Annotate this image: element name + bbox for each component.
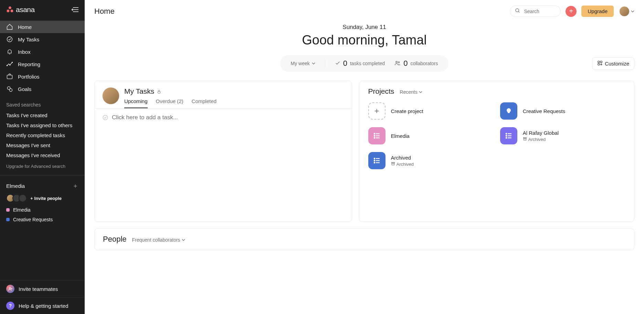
- projects-filter-dropdown[interactable]: Recents: [400, 89, 422, 95]
- svg-point-31: [374, 135, 374, 136]
- saved-search-item[interactable]: Tasks I've assigned to others: [0, 120, 85, 130]
- svg-point-2: [11, 10, 13, 12]
- nav-label: Home: [18, 24, 32, 30]
- nav-goals[interactable]: Goals: [0, 83, 85, 95]
- tasks-completed-count: 0: [343, 59, 347, 68]
- project-name: Archived: [391, 155, 414, 161]
- team-header: Elmedia ＋: [0, 177, 85, 193]
- team-project-name: Elmedia: [13, 207, 31, 213]
- main-content: Home + Upgrade Sunday, June 11 Good m: [85, 0, 644, 314]
- project-tile[interactable]: Creative Requests: [500, 102, 625, 120]
- invite-teammates-button[interactable]: Invite teammates: [0, 280, 85, 297]
- asana-logo-icon: [6, 6, 14, 13]
- nav-home[interactable]: Home: [0, 21, 85, 33]
- collaborators-count: 0: [403, 59, 408, 68]
- upgrade-button[interactable]: Upgrade: [581, 6, 614, 17]
- svg-rect-28: [508, 112, 510, 113]
- my-tasks-tabs: Upcoming Overdue (2) Completed: [124, 98, 217, 108]
- member-avatar[interactable]: [19, 194, 27, 202]
- create-project-label: Create project: [391, 108, 423, 114]
- check-icon: [335, 60, 340, 67]
- tab-overdue[interactable]: Overdue (2): [156, 98, 183, 108]
- saved-search-item[interactable]: Messages I've received: [0, 150, 85, 160]
- user-avatar[interactable]: [102, 87, 119, 104]
- upgrade-advanced-search[interactable]: Upgrade for Advanced search: [0, 160, 85, 174]
- help-button[interactable]: ? Help & getting started: [0, 297, 85, 314]
- project-tile[interactable]: Archived Archived: [368, 152, 493, 169]
- chevron-down-icon: [631, 9, 634, 14]
- list-icon: [368, 152, 386, 169]
- add-task-input[interactable]: Click here to add a task...: [95, 109, 352, 126]
- saved-search-item[interactable]: Tasks I've created: [0, 110, 85, 120]
- svg-point-33: [374, 138, 374, 138]
- saved-search-item[interactable]: Messages I've sent: [0, 140, 85, 150]
- search-input[interactable]: [523, 8, 556, 14]
- project-name: Al Rafay Global: [523, 130, 559, 136]
- people-title: People: [103, 235, 127, 244]
- tasks-completed-label: tasks completed: [350, 61, 385, 66]
- topbar: Home + Upgrade: [85, 0, 644, 20]
- project-tile[interactable]: Elmedia: [368, 127, 493, 144]
- invite-teammates-label: Invite teammates: [19, 286, 58, 292]
- plus-icon: +: [569, 7, 573, 15]
- svg-point-12: [9, 89, 12, 91]
- nav-reporting[interactable]: Reporting: [0, 58, 85, 70]
- check-circle-outline-icon: [102, 114, 108, 121]
- nav-inbox[interactable]: Inbox: [0, 45, 85, 58]
- tab-completed[interactable]: Completed: [192, 98, 217, 108]
- customize-button[interactable]: Customize: [592, 57, 634, 70]
- myweek-dropdown[interactable]: My week: [291, 61, 315, 66]
- nav-label: Reporting: [18, 61, 40, 67]
- projects-title: Projects: [368, 87, 394, 95]
- stats-pill: My week 0 tasks completed 0 collaborator…: [280, 55, 448, 72]
- add-to-team-icon[interactable]: ＋: [72, 182, 78, 190]
- svg-point-48: [374, 162, 374, 163]
- lock-icon: [157, 90, 161, 95]
- home-icon: [6, 23, 13, 30]
- saved-searches-label: Saved searches: [0, 95, 85, 110]
- create-project-tile[interactable]: + Create project: [368, 102, 493, 120]
- svg-rect-20: [598, 61, 600, 63]
- collaborators-label: collaborators: [410, 61, 438, 66]
- myweek-label: My week: [291, 61, 309, 66]
- profile-menu[interactable]: [619, 6, 634, 17]
- hero-greeting: Good morning, Tamal: [85, 33, 644, 48]
- primary-nav: Home My Tasks Inbox Reporting Portfolios…: [0, 21, 85, 95]
- svg-point-46: [374, 160, 374, 161]
- nav-label: My Tasks: [18, 37, 39, 42]
- invite-teammates-icon: [6, 285, 14, 293]
- logo[interactable]: asana: [6, 6, 35, 14]
- my-tasks-title[interactable]: My Tasks: [124, 87, 154, 95]
- svg-point-35: [506, 133, 507, 134]
- avatar-stack: [6, 194, 27, 202]
- svg-point-19: [398, 61, 400, 63]
- list-icon: [368, 127, 386, 144]
- team-project-item[interactable]: Creative Requests: [0, 215, 85, 224]
- nav-portfolios[interactable]: Portfolios: [0, 70, 85, 83]
- project-archived-badge: Archived: [391, 162, 414, 167]
- divider: [325, 59, 325, 68]
- people-filter-dropdown[interactable]: Frequent collaborators: [132, 237, 185, 243]
- team-name[interactable]: Elmedia: [6, 183, 25, 189]
- svg-point-9: [12, 62, 12, 63]
- global-add-button[interactable]: +: [566, 6, 577, 17]
- svg-rect-22: [598, 63, 600, 65]
- project-tile[interactable]: Al Rafay Global Archived: [500, 127, 625, 144]
- customize-icon: [597, 60, 603, 67]
- svg-point-37: [506, 135, 507, 136]
- collapse-sidebar-icon[interactable]: [72, 7, 78, 12]
- archived-label: Archived: [397, 162, 414, 167]
- projects-grid: + Create project Creative Requests: [368, 102, 625, 169]
- saved-search-item[interactable]: Recently completed tasks: [0, 130, 85, 140]
- invite-people-button[interactable]: + Invite people: [30, 196, 62, 201]
- upgrade-label: Upgrade: [588, 8, 608, 14]
- chevron-down-icon: [312, 61, 315, 66]
- nav-my-tasks[interactable]: My Tasks: [0, 33, 85, 45]
- customize-label: Customize: [605, 61, 629, 67]
- projects-filter-label: Recents: [400, 89, 417, 95]
- logo-text: asana: [16, 6, 35, 14]
- tab-upcoming[interactable]: Upcoming: [124, 98, 148, 108]
- svg-point-16: [516, 9, 519, 12]
- team-project-item[interactable]: Elmedia: [0, 205, 85, 215]
- search-box[interactable]: [510, 6, 561, 17]
